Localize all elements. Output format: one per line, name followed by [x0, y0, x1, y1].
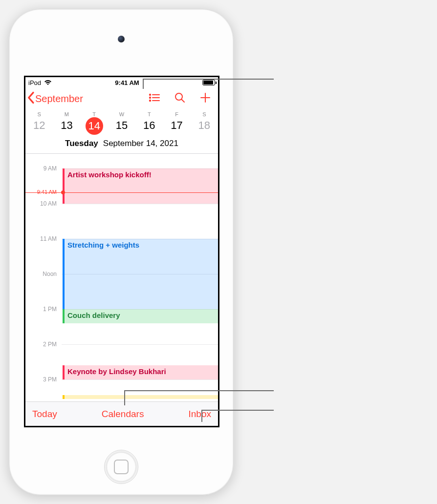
callout-line-top: [0, 0, 437, 504]
